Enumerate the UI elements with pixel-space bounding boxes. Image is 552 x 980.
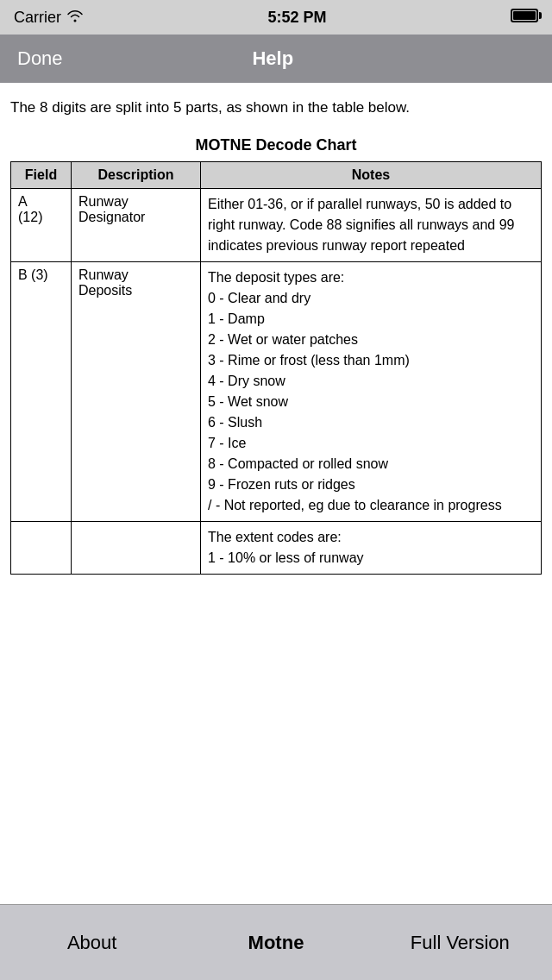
- col-header-description: Description: [72, 161, 201, 188]
- chart-title: MOTNE Decode Chart: [10, 136, 542, 154]
- notes-cell: Either 01-36, or if parallel runways, 50…: [201, 188, 542, 261]
- table-row: A(12) RunwayDesignator Either 01-36, or …: [11, 188, 542, 261]
- table-header-row: Field Description Notes: [11, 161, 542, 188]
- notes-cell: The deposit types are: 0 - Clear and dry…: [201, 261, 542, 521]
- status-bar: Carrier 5:52 PM: [0, 0, 552, 35]
- notes-cell: The extent codes are: 1 - 10% or less of…: [201, 521, 542, 574]
- tab-about[interactable]: About: [0, 905, 184, 980]
- nav-bar: Done Help: [0, 35, 552, 83]
- col-header-notes: Notes: [201, 161, 542, 188]
- tab-full-version[interactable]: Full Version: [368, 905, 552, 980]
- tab-full-version-label: Full Version: [411, 932, 510, 954]
- intro-text: The 8 digits are split into 5 parts, as …: [10, 97, 542, 119]
- field-cell: A(12): [11, 188, 72, 261]
- field-cell: B (3): [11, 261, 72, 521]
- col-header-field: Field: [11, 161, 72, 188]
- tab-about-label: About: [67, 932, 117, 954]
- done-button[interactable]: Done: [17, 47, 63, 70]
- tab-motne[interactable]: Motne: [184, 905, 367, 980]
- tab-motne-label: Motne: [248, 932, 304, 954]
- nav-title: Help: [252, 47, 293, 70]
- field-cell: [11, 521, 72, 574]
- table-row: The extent codes are: 1 - 10% or less of…: [11, 521, 542, 574]
- carrier-wifi: Carrier: [14, 9, 84, 27]
- main-content: The 8 digits are split into 5 parts, as …: [0, 83, 552, 904]
- description-cell: [72, 521, 201, 574]
- description-cell: RunwayDesignator: [72, 188, 201, 261]
- table-row: B (3) RunwayDeposits The deposit types a…: [11, 261, 542, 521]
- decode-table: Field Description Notes A(12) RunwayDesi…: [10, 161, 542, 575]
- carrier-label: Carrier: [14, 9, 61, 27]
- description-cell: RunwayDeposits: [72, 261, 201, 521]
- time-label: 5:52 PM: [267, 9, 326, 27]
- tab-bar: About Motne Full Version: [0, 904, 552, 980]
- wifi-icon: [66, 9, 84, 27]
- battery-indicator: [511, 9, 538, 27]
